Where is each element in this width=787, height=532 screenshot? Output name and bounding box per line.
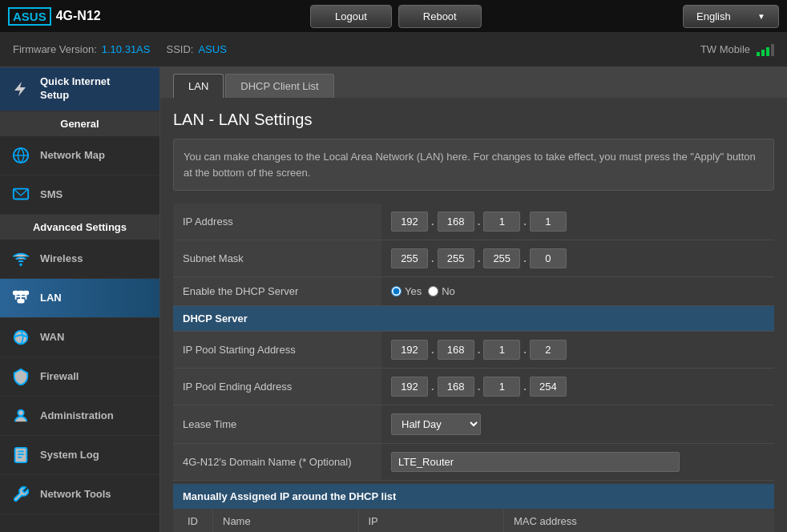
domain-name-label: 4G-N12's Domain Name (* Optional) [173,444,381,481]
col-header-ip: IP [359,509,505,532]
subnet-mask-input-group: . . . [391,248,765,268]
main-layout: Quick Internet Setup General Network Map [0,67,787,532]
subnet-octet-1[interactable] [391,248,428,268]
chevron-down-icon: ▼ [757,12,765,21]
system-log-label: System Log [40,449,99,461]
dhcp-no-label[interactable]: No [428,285,455,297]
pool-start-octet-4[interactable] [530,340,567,360]
reboot-button[interactable]: Reboot [398,5,482,28]
ip-octet-4[interactable] [530,212,567,232]
pool-end-input-group: . . . [391,377,765,397]
pool-end-octet-2[interactable] [438,377,474,397]
subnet-octet-4[interactable] [530,248,567,268]
lease-time-label: Lease Time [173,405,381,444]
subnet-dot-3: . [523,252,527,264]
dhcp-no-text: No [442,285,455,297]
wan-icon [10,326,32,349]
sidebar-item-wireless[interactable]: Wireless [0,240,159,279]
dhcp-no-radio[interactable] [428,286,438,296]
pool-start-dot-1: . [431,344,434,356]
ip-octet-1[interactable] [391,212,428,232]
lan-settings-table: IP Address . . . Subne [173,204,774,481]
ip-dot-3: . [523,216,527,228]
sidebar: Quick Internet Setup General Network Map [0,67,160,532]
lease-time-select[interactable]: Half Day One Day One Week [391,413,481,435]
pool-end-octet-1[interactable] [391,377,428,397]
signal-provider-label: TW Mobile [700,43,750,55]
pool-end-dot-3: . [523,381,527,393]
sidebar-item-network-tools[interactable]: Network Tools [0,475,159,514]
dhcp-radio-group: Yes No [391,285,765,297]
administration-label: Administration [40,409,114,421]
subnet-mask-label: Subnet Mask [173,240,381,277]
subnet-octet-3[interactable] [483,248,520,268]
language-button[interactable]: English ▼ [683,5,779,28]
tab-dhcp-client-list[interactable]: DHCP Client List [225,74,333,98]
signal-strength-icon [757,43,774,56]
svg-rect-5 [18,292,23,295]
ip-octet-3[interactable] [483,212,520,232]
subnet-dot-1: . [431,252,434,264]
dhcp-yes-label[interactable]: Yes [391,285,422,297]
subnet-mask-row: Subnet Mask . . . [173,240,774,277]
svg-rect-6 [24,292,28,295]
firewall-label: Firewall [40,370,79,382]
pool-end-octet-4[interactable] [530,377,567,397]
sidebar-item-quick-setup[interactable]: Quick Internet Setup [0,67,159,111]
brand-asus-text: ASUS [8,7,51,26]
subnet-octet-2[interactable] [438,248,474,268]
dhcp-yes-radio[interactable] [391,286,402,296]
wireless-icon [10,248,32,270]
pool-end-dot-2: . [478,381,481,393]
topbar: ASUS 4G-N12 Logout Reboot English ▼ [0,0,787,32]
sms-icon [10,183,32,206]
sidebar-item-wan[interactable]: WAN [0,318,159,357]
svg-point-13 [18,409,23,415]
lan-icon [10,287,32,309]
pool-start-row: IP Pool Starting Address . . . [173,332,774,369]
lan-label: LAN [40,292,62,304]
lease-time-row: Lease Time Half Day One Day One Week [173,405,774,444]
sidebar-item-system-log[interactable]: System Log [0,436,159,475]
tab-content: LAN - LAN Settings You can make changes … [160,98,787,532]
wan-label: WAN [40,331,64,343]
page-description: You can make changes to the Local Area N… [173,139,774,191]
ip-dot-1: . [431,216,434,228]
network-map-label: Network Map [40,149,105,161]
ip-octet-2[interactable] [438,212,474,232]
brand-model-text: 4G-N12 [56,9,101,23]
pool-end-octet-3[interactable] [483,377,520,397]
pool-end-label: IP Pool Ending Address [173,369,381,405]
ip-dot-2: . [478,216,481,228]
pool-start-dot-2: . [478,344,481,356]
domain-name-input[interactable] [391,452,680,472]
sidebar-item-administration[interactable]: Administration [0,397,159,436]
quick-setup-icon [10,78,32,100]
statusbar: Firmware Version: 1.10.31AS SSID: ASUS T… [0,32,787,67]
ssid-label: SSID: [166,43,193,55]
ssid-value-link[interactable]: ASUS [198,43,226,55]
pool-start-octet-3[interactable] [483,340,520,360]
firmware-version-link[interactable]: 1.10.31AS [102,43,151,55]
lease-time-field: Half Day One Day One Week [381,405,774,444]
dhcp-section-header-row: DHCP Server [173,306,774,332]
subnet-mask-field: . . . [381,240,774,277]
tab-lan[interactable]: LAN [173,74,224,98]
sidebar-item-firewall[interactable]: Firewall [0,357,159,397]
col-header-id: ID [173,509,213,532]
main-content: LAN DHCP Client List LAN - LAN Settings … [160,67,787,532]
pool-start-dot-3: . [523,344,527,356]
manually-assigned-header: Manually Assigned IP around the DHCP lis… [173,484,774,509]
col-header-name: Name [213,509,359,532]
dhcp-server-toggle-row: Enable the DHCP Server Yes No [173,277,774,306]
ip-address-field: . . . [381,204,774,240]
ip-address-input-group: . . . [391,212,765,232]
logout-button[interactable]: Logout [310,5,392,28]
sidebar-item-sms[interactable]: SMS [0,175,159,215]
sidebar-item-lan[interactable]: LAN [0,279,159,318]
pool-start-octet-2[interactable] [438,340,474,360]
sidebar-item-network-map[interactable]: Network Map [0,136,159,175]
svg-point-3 [20,264,22,265]
system-log-icon [10,444,32,466]
pool-start-octet-1[interactable] [391,340,428,360]
